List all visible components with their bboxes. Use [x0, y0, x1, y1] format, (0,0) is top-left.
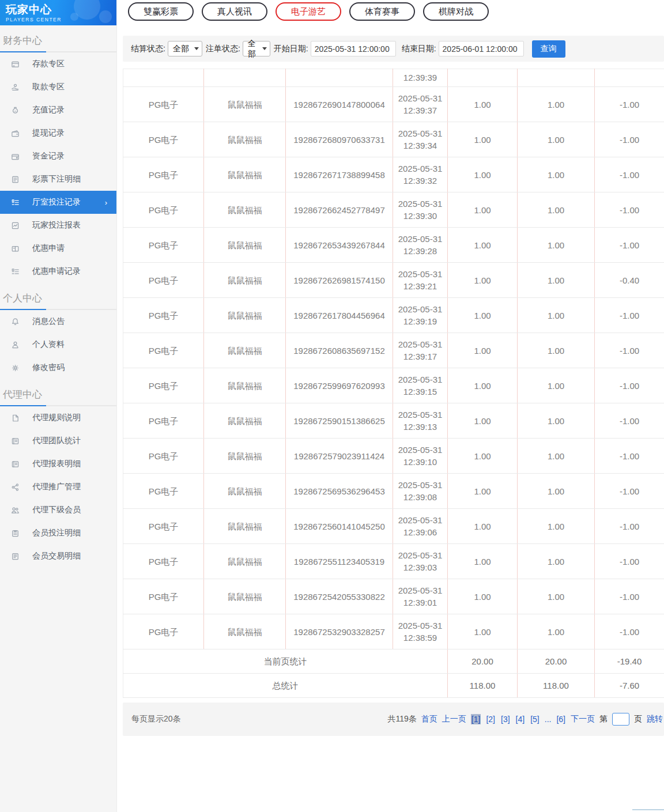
cell-result: -1.00 — [595, 403, 664, 439]
promo-record-icon — [11, 267, 20, 276]
member-trade-icon — [11, 552, 20, 561]
end-date-input[interactable] — [439, 41, 524, 56]
total-count-text: 共119条 — [388, 714, 417, 724]
promo-apply-icon — [11, 244, 20, 253]
sidebar-item[interactable]: 修改密码 — [0, 356, 116, 379]
first-page-link[interactable]: 首页 — [421, 714, 437, 724]
page-link[interactable]: [3] — [500, 714, 511, 724]
hall-bet-record-icon — [11, 198, 20, 207]
sidebar-item[interactable]: 优惠申请记录 — [0, 260, 116, 283]
cell-order: 1928672532903328257 — [286, 614, 393, 649]
sidebar-item[interactable]: 会员交易明细 — [0, 545, 116, 568]
cell-result: -0.40 — [595, 263, 664, 298]
cell-valid: 1.00 — [518, 157, 595, 192]
sidebar-item[interactable]: 代理团队统计 — [0, 429, 116, 452]
section-divider — [0, 309, 116, 310]
end-date-label: 结束日期: — [402, 44, 436, 54]
pagination-bar: 每页显示20条 共119条首页上一页[1][2][3][4][5]...[6]下… — [123, 703, 664, 736]
cell-valid: 1.00 — [518, 192, 595, 228]
summary-row: 总统计118.00118.00-7.60 — [123, 674, 664, 698]
sidebar-item-label: 代理报表明细 — [32, 459, 81, 469]
document-icon — [11, 414, 20, 422]
order-status-label: 注单状态: — [206, 44, 240, 54]
page-link[interactable]: [5] — [530, 714, 540, 724]
jump-link[interactable]: 跳转 — [647, 714, 663, 724]
category-tab[interactable]: 棋牌对战 — [423, 2, 489, 21]
cell-bet: 1.00 — [448, 614, 518, 649]
sidebar-item[interactable]: 代理推广管理 — [0, 475, 116, 498]
sidebar-item-label: 充值记录 — [32, 105, 65, 115]
gear-icon — [11, 364, 20, 372]
cell-bet — [448, 69, 518, 87]
cell-order: 1928672671738899458 — [286, 157, 393, 192]
cell-time: 2025-05-3112:38:59 — [393, 614, 448, 649]
sidebar-item[interactable]: 玩家投注报表 — [0, 214, 116, 237]
page-size-text: 每页显示20条 — [131, 714, 181, 724]
cell-order: 1928672551123405319 — [286, 544, 393, 579]
cell-valid: 1.00 — [518, 403, 595, 439]
report-detail-icon — [11, 460, 20, 469]
summary-label: 当前页统计 — [123, 649, 448, 674]
sidebar-item-label: 资金记录 — [32, 151, 65, 161]
sidebar-item[interactable]: 存款专区 — [0, 52, 116, 75]
cell-result: -1.00 — [595, 298, 664, 333]
cell-order: 1928672662452778497 — [286, 192, 393, 228]
cell-valid: 1.00 — [518, 439, 595, 474]
cell-order — [286, 69, 393, 87]
category-tab[interactable]: 真人视讯 — [202, 2, 267, 21]
cell-valid: 1.00 — [518, 614, 595, 649]
sidebar-item[interactable]: 代理报表明细 — [0, 452, 116, 475]
settle-status-select[interactable]: 全部 — [168, 41, 202, 56]
cell-order: 1928672608635697152 — [286, 333, 393, 368]
prev-page-link[interactable]: 上一页 — [442, 714, 466, 724]
lottery-detail-icon — [11, 175, 20, 184]
cell-time: 2025-05-3112:39:06 — [393, 509, 448, 544]
sidebar-item[interactable]: 会员投注明细 — [0, 522, 116, 545]
page-link[interactable]: [1] — [471, 714, 481, 724]
next-page-link[interactable]: 下一页 — [571, 714, 595, 724]
cell-valid: 1.00 — [518, 474, 595, 509]
page-link[interactable]: [6] — [556, 714, 566, 724]
cell-result: -1.00 — [595, 228, 664, 263]
summary-bet: 118.00 — [448, 674, 518, 698]
cell-platform: PG电子 — [123, 544, 204, 579]
sidebar-item-label: 修改密码 — [32, 362, 65, 373]
goto-prefix-label: 第 — [599, 714, 608, 724]
cell-game: 鼠鼠福福 — [204, 192, 286, 228]
category-tab[interactable]: 雙赢彩票 — [128, 2, 194, 21]
category-tabs: 雙赢彩票真人视讯电子游艺体育赛事棋牌对战 — [128, 2, 664, 21]
sidebar-item[interactable]: 彩票下注明细 — [0, 168, 116, 191]
cell-game: 鼠鼠福福 — [204, 87, 286, 122]
sidebar-item[interactable]: 消息公告 — [0, 310, 116, 333]
sidebar-item[interactable]: 优惠申请 — [0, 237, 116, 260]
withdraw-wallet-icon — [11, 129, 20, 138]
cell-game: 鼠鼠福福 — [204, 263, 286, 298]
sidebar-item[interactable]: 取款专区 — [0, 75, 116, 99]
cell-time: 2025-05-3112:39:13 — [393, 403, 448, 439]
page-jump-input[interactable] — [612, 713, 629, 726]
summary-row: 当前页统计20.0020.00-19.40 — [123, 649, 664, 674]
category-tab[interactable]: 体育赛事 — [349, 2, 415, 21]
sidebar-item[interactable]: 个人资料 — [0, 333, 116, 356]
player-report-icon — [11, 221, 20, 230]
order-status-select[interactable]: 全部 — [243, 41, 270, 56]
page-link[interactable]: [2] — [485, 714, 496, 724]
sidebar-section-heading: 个人中心 — [0, 283, 116, 309]
cell-result: -1.00 — [595, 474, 664, 509]
sidebar-section-heading: 财务中心 — [0, 25, 116, 51]
sidebar-item[interactable]: 资金记录 — [0, 145, 116, 168]
start-date-input[interactable] — [311, 41, 396, 56]
sidebar-item-label: 玩家投注报表 — [32, 220, 81, 231]
cell-time: 2025-05-3112:39:34 — [393, 122, 448, 157]
cell-game: 鼠鼠福福 — [204, 474, 286, 509]
summary-label: 总统计 — [123, 674, 448, 698]
search-button[interactable]: 查询 — [532, 40, 565, 58]
sidebar-item[interactable]: 代理规则说明 — [0, 406, 116, 429]
sidebar-item[interactable]: 提现记录 — [0, 122, 116, 145]
sidebar-item[interactable]: 代理下级会员 — [0, 498, 116, 522]
cell-valid: 1.00 — [518, 263, 595, 298]
page-link[interactable]: [4] — [515, 714, 526, 724]
sidebar-item[interactable]: 厅室投注记录› — [0, 191, 116, 214]
sidebar-item[interactable]: 充值记录 — [0, 99, 116, 122]
category-tab[interactable]: 电子游艺 — [276, 2, 341, 21]
